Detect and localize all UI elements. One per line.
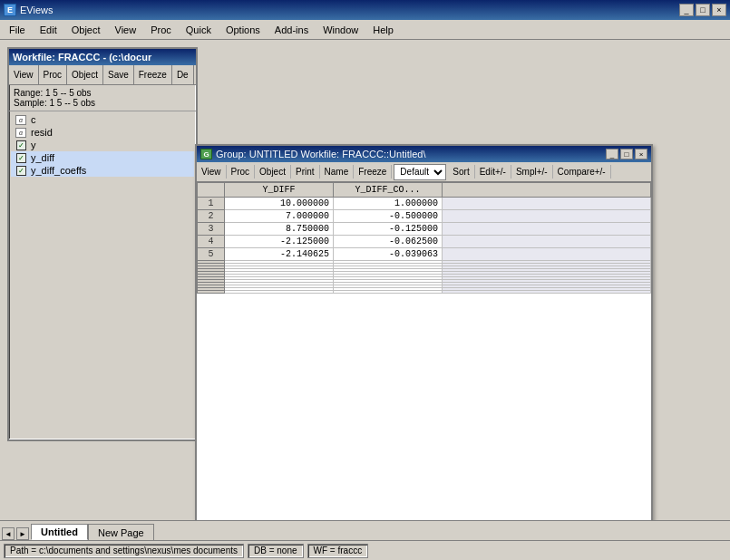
menu-file[interactable]: File	[2, 23, 33, 37]
list-item[interactable]: α resid	[11, 126, 194, 139]
menu-edit[interactable]: Edit	[33, 23, 64, 37]
sort-btn[interactable]: Sort	[448, 165, 474, 179]
status-bar: Path = c:\documents and settings\nexus\m…	[0, 540, 730, 560]
cell-ydiff: -2.140625	[225, 248, 334, 261]
main-area: Workfile: FRACCC - (c:\docur View Proc O…	[0, 40, 730, 520]
data-table: Y_DIFF Y_DIFF_CO... 1 10.000000 1.000000	[197, 182, 651, 294]
group-proc-btn[interactable]: Proc	[227, 165, 256, 179]
table-row: 1 10.000000 1.000000	[198, 198, 651, 210]
app-title: EViews	[20, 5, 53, 15]
table-row	[198, 291, 651, 294]
menu-proc[interactable]: Proc	[143, 23, 179, 37]
smpl-btn[interactable]: Smpl+/-	[511, 165, 553, 179]
workfile-toolbar: View Proc Object Save Freeze De	[9, 65, 196, 85]
workfile-sample: Sample: 1 5 -- 5 obs	[14, 98, 191, 108]
col-header-ydiffco: Y_DIFF_CO...	[334, 183, 443, 198]
group-maximize-btn[interactable]: □	[620, 149, 633, 159]
menu-help[interactable]: Help	[365, 23, 401, 37]
workfile-panel: Workfile: FRACCC - (c:\docur View Proc O…	[7, 47, 198, 441]
cell-empty	[443, 223, 651, 236]
tabs-container: Untitled New Page	[31, 521, 154, 540]
col-header-ydiff: Y_DIFF	[225, 183, 334, 198]
wf-proc-btn[interactable]: Proc	[39, 65, 68, 84]
eq-icon: α	[15, 127, 27, 138]
wf-save-btn[interactable]: Save	[103, 65, 134, 84]
cell-ydiffco: -0.500000	[334, 210, 443, 223]
table-row: 5 -2.140625 -0.039063	[198, 248, 651, 261]
menu-view[interactable]: View	[108, 23, 144, 37]
minimize-button[interactable]: _	[679, 4, 694, 16]
group-close-btn[interactable]: ×	[635, 149, 647, 159]
cell-ydiff: -2.125000	[225, 236, 334, 248]
row-num: 3	[198, 223, 225, 236]
group-title-text: Group: UNTITLED Workfile: FRACCC::Untitl…	[216, 149, 425, 159]
workfile-title: Workfile: FRACCC - (c:\docur	[9, 49, 196, 65]
menu-object[interactable]: Object	[64, 23, 108, 37]
cell-ydiffco: -0.125000	[334, 223, 443, 236]
title-bar: E EViews _ □ ×	[0, 0, 730, 20]
workfile-info: Range: 1 5 -- 5 obs Sample: 1 5 -- 5 obs	[9, 85, 196, 111]
menu-addins[interactable]: Add-ins	[268, 23, 316, 37]
list-item[interactable]: ✓ y	[11, 139, 194, 151]
group-minimize-btn[interactable]: _	[606, 149, 618, 159]
maximize-button[interactable]: □	[696, 4, 710, 16]
data-table-container: Y_DIFF Y_DIFF_CO... 1 10.000000 1.000000	[197, 182, 651, 532]
group-title-bar: G Group: UNTITLED Workfile: FRACCC::Unti…	[197, 146, 651, 162]
tab-nav-left[interactable]: ◄	[2, 527, 15, 540]
group-print-btn[interactable]: Print	[291, 165, 320, 179]
col-header-empty	[443, 183, 651, 198]
group-freeze-btn[interactable]: Freeze	[354, 165, 392, 179]
tab-nav-right[interactable]: ►	[16, 527, 29, 540]
status-db: DB = none	[248, 544, 304, 558]
table-row: 4 -2.125000 -0.062500	[198, 236, 651, 248]
group-window: G Group: UNTITLED Workfile: FRACCC::Unti…	[195, 144, 653, 534]
row-num: 1	[198, 198, 225, 210]
group-view-btn[interactable]: View	[197, 165, 227, 179]
cell-empty	[443, 198, 651, 210]
edit-btn[interactable]: Edit+/-	[475, 165, 511, 179]
list-item[interactable]: ✓ y_diff_coeffs	[11, 164, 194, 177]
menu-bar: File Edit Object View Proc Quick Options…	[0, 20, 730, 40]
item-label: y_diff_coeffs	[31, 165, 86, 176]
list-item[interactable]: ✓ y_diff	[11, 151, 194, 164]
menu-window[interactable]: Window	[316, 23, 365, 37]
list-item[interactable]: α c	[11, 113, 194, 126]
display-dropdown[interactable]: Default	[394, 164, 446, 180]
cell-ydiffco: -0.039063	[334, 248, 443, 261]
wf-object-btn[interactable]: Object	[67, 65, 103, 84]
close-button[interactable]: ×	[712, 4, 726, 16]
status-path: Path = c:\documents and settings\nexus\m…	[4, 544, 244, 558]
tab-new-page[interactable]: New Page	[88, 524, 154, 540]
cell-ydiffco: -0.062500	[334, 236, 443, 248]
group-name-btn[interactable]: Name	[320, 165, 355, 179]
cell-ydiff: 10.000000	[225, 198, 334, 210]
workfile-list: α c α resid ✓ y ✓ y_diff	[9, 111, 196, 431]
app-icon: E	[4, 4, 16, 16]
group-toolbar: View Proc Object Print Name Freeze Defau…	[197, 162, 651, 182]
row-num: 4	[198, 236, 225, 248]
menu-quick[interactable]: Quick	[179, 23, 219, 37]
item-label: c	[31, 114, 36, 125]
menu-options[interactable]: Options	[219, 23, 268, 37]
item-label: resid	[31, 127, 53, 138]
cell-empty	[443, 236, 651, 248]
cell-ydiffco: 1.000000	[334, 198, 443, 210]
window-controls: _ □ ×	[679, 4, 726, 16]
status-wf: WF = fraccc	[307, 544, 369, 558]
tab-untitled[interactable]: Untitled	[31, 524, 88, 540]
cell-empty	[443, 248, 651, 261]
series-icon: ✓	[15, 165, 27, 176]
wf-freeze-btn[interactable]: Freeze	[134, 65, 172, 84]
row-header-blank	[198, 183, 225, 198]
wf-de-btn[interactable]: De	[172, 65, 194, 84]
series-icon: ✓	[15, 152, 27, 163]
wf-view-btn[interactable]: View	[9, 65, 39, 84]
series-icon: ✓	[15, 140, 27, 150]
group-icon: G	[200, 149, 212, 159]
group-object-btn[interactable]: Object	[255, 165, 291, 179]
row-num: 2	[198, 210, 225, 223]
cell-empty	[443, 210, 651, 223]
compare-btn[interactable]: Compare+/-	[553, 165, 611, 179]
item-label: y_diff	[31, 152, 54, 163]
cell-ydiff: 8.750000	[225, 223, 334, 236]
